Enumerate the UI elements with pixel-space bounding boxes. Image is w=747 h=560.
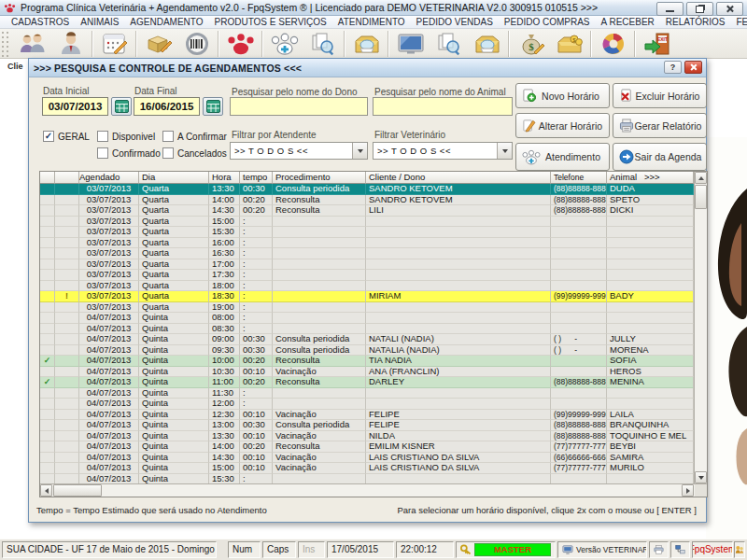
column-header[interactable]: tempo: [240, 172, 273, 184]
table-row[interactable]: ✓04/07/2013Quinta10:0000:20ReconsultaTIA…: [40, 356, 694, 367]
column-header[interactable]: Animal >>>: [607, 172, 694, 184]
table-row[interactable]: 04/07/2013Quinta11:30:: [40, 388, 694, 399]
users-gold-icon[interactable]: [734, 541, 745, 558]
column-header[interactable]: Cliente / Dono: [366, 172, 551, 184]
table-row[interactable]: 04/07/2013Quinta08:30:: [40, 324, 694, 335]
purchases-box-icon[interactable]: [468, 30, 506, 58]
menu-item[interactable]: FERRAMENTAS: [731, 17, 747, 27]
vertical-scrollbar[interactable]: [694, 172, 707, 483]
search-animal-input[interactable]: [373, 97, 513, 116]
table-row[interactable]: 04/07/2013Quinta09:0000:30Consulta perio…: [40, 334, 694, 345]
search-documents-icon[interactable]: [303, 30, 342, 58]
attendance-red-paw-icon[interactable]: [221, 30, 260, 58]
horizontal-scroll-thumb[interactable]: [53, 484, 102, 497]
products-box-icon[interactable]: [139, 30, 177, 58]
search-owner-input[interactable]: [230, 97, 368, 116]
data-inicial-field[interactable]: 03/07/2013: [42, 97, 108, 116]
scroll-right-button[interactable]: [682, 484, 694, 497]
column-header[interactable]: Telefone: [551, 172, 607, 184]
scroll-left-button[interactable]: [40, 484, 52, 497]
printer-icon[interactable]: [649, 541, 669, 558]
menu-item[interactable]: ATENDIMENTO: [332, 17, 411, 27]
table-row[interactable]: 04/07/2013Quinta09:3000:30Consulta perio…: [40, 345, 694, 357]
network-icon[interactable]: [670, 541, 690, 558]
table-row[interactable]: ✓04/07/2013Quinta11:0000:20ReconsultaDAR…: [40, 377, 694, 388]
menu-item[interactable]: A RECEBER: [596, 17, 660, 27]
table-row[interactable]: 03/07/2013Quarta18:00:: [40, 281, 694, 292]
sair-da-agenda-button[interactable]: Sair da Agenda: [613, 143, 707, 171]
cash-monitor-icon[interactable]: [391, 30, 430, 58]
menu-item[interactable]: PRODUTOS E SERVIÇOS: [209, 17, 332, 27]
table-row[interactable]: 03/07/2013Quarta16:30:: [40, 248, 694, 259]
payments-box-icon[interactable]: $: [550, 30, 588, 58]
table-row[interactable]: 03/07/2013Quarta15:00:: [40, 217, 694, 228]
chevron-down-icon[interactable]: [352, 143, 367, 159]
excluir-horario-button[interactable]: Excluir Horário: [613, 83, 707, 108]
novo-horario-button[interactable]: Novo Horário: [515, 83, 610, 108]
table-row[interactable]: 04/07/2013Quinta12:00:: [40, 399, 694, 410]
table-row[interactable]: 03/07/2013Quarta15:30:: [40, 227, 694, 238]
table-row[interactable]: 04/07/2013Quinta10:3000:10VacinaçãoANA (…: [40, 367, 694, 378]
scroll-down-button[interactable]: [695, 471, 707, 483]
horizontal-scrollbar[interactable]: [40, 483, 707, 497]
restore-button[interactable]: [686, 2, 713, 16]
web-globe-icon[interactable]: [594, 30, 632, 58]
agenda-calendar-icon[interactable]: [95, 30, 134, 58]
column-header[interactable]: [40, 172, 55, 184]
purchase-documents-icon[interactable]: [430, 30, 468, 58]
checkbox-geral[interactable]: ✓ GERAL: [43, 131, 90, 142]
table-row[interactable]: 04/07/2013Quinta13:3000:10VacinaçãoNILDA…: [40, 431, 694, 442]
minimize-button[interactable]: [656, 2, 684, 16]
table-row[interactable]: 03/07/2013Quarta19:00:: [40, 302, 694, 314]
table-row[interactable]: 04/07/2013Quinta15:0000:10VacinaçãoLAIS …: [40, 463, 694, 474]
table-row[interactable]: 03/07/2013Quarta13:3000:30Consulta perio…: [40, 184, 694, 195]
alterar-horario-button[interactable]: Alterar Horário: [515, 113, 610, 138]
checkbox-disponivel[interactable]: Disponivel: [97, 131, 155, 142]
table-row[interactable]: 04/07/2013Quinta14:3000:10VacinaçãoLAIS …: [40, 453, 694, 464]
dialog-close-button[interactable]: [684, 61, 702, 74]
menu-item[interactable]: PEDIDO COMPRAS: [499, 17, 596, 27]
menu-item[interactable]: CADASTROS: [6, 17, 75, 27]
menu-item[interactable]: AGENDAMENTO: [124, 17, 208, 27]
atendimento-button[interactable]: Atendimento: [515, 143, 610, 171]
table-row[interactable]: 04/07/2013Quinta08:00:: [40, 313, 694, 324]
column-header[interactable]: [55, 172, 79, 184]
table-row[interactable]: 03/07/2013Quarta16:00:: [40, 238, 694, 249]
data-final-field[interactable]: 16/06/2015: [134, 97, 200, 116]
checkbox-a-confirmar[interactable]: A Confirmar: [162, 131, 227, 142]
dialog-help-button[interactable]: ?: [664, 61, 682, 74]
sales-box-icon[interactable]: [347, 30, 386, 58]
table-row[interactable]: 04/07/2013Quinta13:0000:30Consulta perio…: [40, 420, 694, 431]
close-button[interactable]: [716, 2, 743, 16]
toolbar-grip[interactable]: [1, 31, 11, 57]
column-header[interactable]: Procedimento: [273, 172, 366, 184]
menu-item[interactable]: PEDIDO VENDAS: [411, 17, 499, 27]
scroll-up-button[interactable]: [695, 172, 707, 184]
clients-group-icon[interactable]: [13, 30, 51, 58]
menu-item[interactable]: ANIMAIS: [75, 17, 124, 27]
checkbox-confirmado[interactable]: Confirmado: [97, 147, 161, 159]
table-row[interactable]: 04/07/2013Quinta12:3000:10VacinaçãoFELIP…: [40, 410, 694, 421]
column-header[interactable]: Hora: [209, 172, 240, 184]
column-header[interactable]: Agendado: [79, 172, 139, 184]
table-row[interactable]: 03/07/2013Quarta14:0000:20ReconsultaSAND…: [40, 195, 694, 206]
table-row[interactable]: 03/07/2013Quarta17:30:: [40, 270, 694, 281]
vertical-scroll-thumb[interactable]: [695, 185, 707, 209]
chevron-down-icon[interactable]: [497, 143, 512, 159]
data-inicial-calendar-button[interactable]: [111, 97, 132, 116]
exit-door-icon[interactable]: EXIT: [638, 30, 676, 58]
table-row[interactable]: 03/07/2013Quarta14:3000:20ReconsultaLILI…: [40, 205, 694, 217]
checkbox-cancelados[interactable]: Cancelados: [162, 147, 227, 159]
gerar-relatorio-button[interactable]: Gerar Relatório: [613, 113, 707, 138]
barcode-icon[interactable]: [177, 30, 216, 58]
money-bag-icon[interactable]: $: [512, 30, 550, 58]
filter-veterinario-select[interactable]: >> T O D O S <<: [373, 142, 513, 160]
column-header[interactable]: Dia: [139, 172, 209, 184]
filter-atendente-select[interactable]: >> T O D O S <<: [230, 142, 368, 160]
data-final-calendar-button[interactable]: [203, 97, 223, 116]
table-row[interactable]: 04/07/2013Quinta14:0000:20ReconsultaEMIL…: [40, 441, 694, 453]
table-row[interactable]: !03/07/2013Quarta18:30:MIRIAM(99)99999-9…: [40, 291, 694, 302]
client-icon[interactable]: [51, 30, 90, 58]
menu-item[interactable]: RELATÓRIOS: [660, 17, 731, 27]
table-row[interactable]: 03/07/2013Quarta17:00:: [40, 259, 694, 271]
